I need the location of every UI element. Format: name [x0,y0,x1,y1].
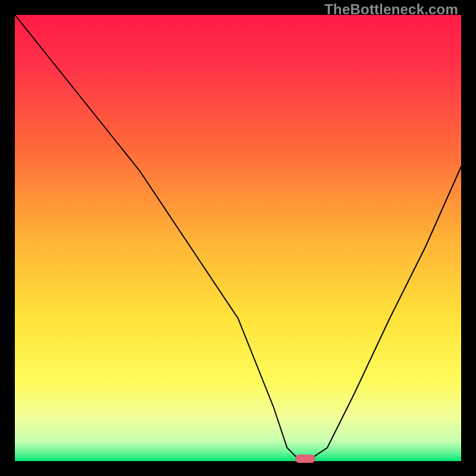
bottleneck-chart [15,15,461,461]
watermark-text: TheBottleneck.com [324,1,458,18]
chart-frame [15,15,461,461]
optimal-point-marker [295,455,315,463]
gradient-background [15,15,461,461]
